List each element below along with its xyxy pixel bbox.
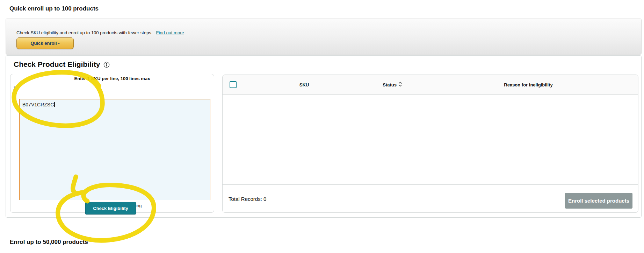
select-all-checkbox[interactable] [230, 81, 237, 88]
text-cursor [54, 102, 55, 107]
column-header-status-label: Status [383, 82, 397, 87]
results-table-body-empty [223, 95, 638, 184]
results-table-footer: Total Records: 0 Enroll selected product… [223, 184, 638, 213]
quick-enroll-card: Check SKU eligibility and enrol up to 10… [6, 19, 642, 55]
enroll-selected-products-button[interactable]: Enroll selected products [565, 193, 632, 209]
column-header-status[interactable]: Status [366, 82, 419, 88]
quick-enroll-description: Check SKU eligibility and enrol up to 10… [16, 30, 184, 35]
sku-entry-panel: Enter 1 SKU per line, 100 lines max 1 B0… [10, 74, 214, 213]
enrol-50000-heading: Enrol up to 50,000 products [10, 239, 88, 246]
check-eligibility-button[interactable]: Check Eligibility [85, 202, 136, 215]
line-number: 1 [10, 83, 18, 91]
section-title: Check Product Eligibility [14, 60, 100, 69]
select-all-cell [223, 81, 242, 88]
results-table-header: SKU Status Reason for ineligibility [223, 75, 638, 95]
quick-enroll-button[interactable]: Quick enroll - [16, 37, 74, 49]
column-header-reason: Reason for ineligibility [419, 82, 638, 87]
sort-arrows-icon[interactable] [398, 82, 402, 88]
sku-input-label: Enter 1 SKU per line, 100 lines max [10, 76, 214, 81]
sku-textarea[interactable]: B07V1CRZSC [19, 99, 210, 200]
quick-enroll-description-text: Check SKU eligibility and enrol up to 10… [16, 30, 152, 35]
info-icon[interactable] [103, 62, 110, 68]
section-title-row: Check Product Eligibility [14, 60, 110, 69]
column-header-sku: SKU [242, 82, 366, 87]
sku-textarea-value: B07V1CRZSC [22, 102, 54, 107]
check-product-eligibility-section: Check Product Eligibility Enter 1 SKU pe… [6, 55, 642, 218]
page-title: Quick enroll up to 100 products [9, 5, 99, 12]
eligibility-results-panel: SKU Status Reason for ineligibility Tota… [222, 75, 638, 213]
total-records-label: Total Records: 0 [223, 196, 266, 202]
find-out-more-link[interactable]: Find out more [156, 30, 184, 35]
